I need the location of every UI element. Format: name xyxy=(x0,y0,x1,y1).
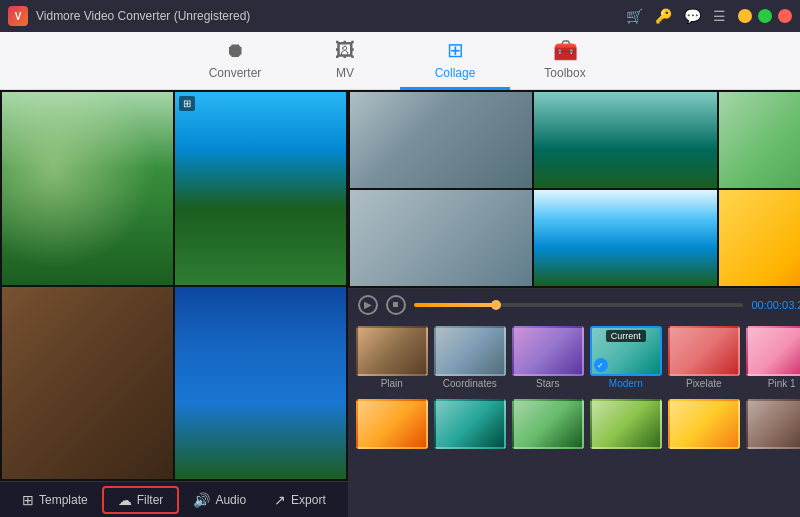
filter-r2c[interactable] xyxy=(512,399,584,449)
filter-coordinates-label: Coordinates xyxy=(443,378,497,389)
cell-2-icon: ⊞ xyxy=(179,96,195,111)
right-panel: ▶ ⏹ 00:00:03.23/00:00:24.23 🔊 Plain xyxy=(348,90,800,517)
current-time: 00:00:03.23 xyxy=(751,299,800,311)
filter-stars-label: Stars xyxy=(536,378,559,389)
filter-plain[interactable]: Plain xyxy=(356,326,428,389)
filter-r2b-thumb xyxy=(434,399,506,449)
grid-cell-4[interactable] xyxy=(175,287,346,480)
converter-label: Converter xyxy=(209,66,262,80)
minimize-button[interactable] xyxy=(738,9,752,23)
preview-cell-1 xyxy=(350,92,533,188)
filter-r2b[interactable] xyxy=(434,399,506,449)
template-icon: ⊞ xyxy=(22,492,34,508)
filter-coordinates[interactable]: Coordinates xyxy=(434,326,506,389)
filter-modern[interactable]: Current ✓ Modern xyxy=(590,326,662,389)
filter-r2e[interactable] xyxy=(668,399,740,449)
app-title: Vidmore Video Converter (Unregistered) xyxy=(36,9,618,23)
stop-button[interactable]: ⏹ xyxy=(386,295,406,315)
progress-thumb xyxy=(491,300,501,310)
tab-collage[interactable]: ⊞ Collage xyxy=(400,32,510,90)
filter-current-badge: Current xyxy=(606,330,646,342)
mv-label: MV xyxy=(336,66,354,80)
toolbox-icon: 🧰 xyxy=(553,38,578,62)
preview-cell-2 xyxy=(534,92,717,188)
main-content: ⊞ ⊞ ⊞ Template ☁ Filter 🔊 Audio ↗ xyxy=(0,90,800,517)
audio-label: Audio xyxy=(215,493,246,507)
export-icon: ↗ xyxy=(274,492,286,508)
filter-r2e-thumb xyxy=(668,399,740,449)
converter-icon: ⏺ xyxy=(225,39,245,62)
filter-tab[interactable]: ☁ Filter xyxy=(102,486,180,514)
collage-label: Collage xyxy=(435,66,476,80)
filter-r2d[interactable] xyxy=(590,399,662,449)
title-bar: V Vidmore Video Converter (Unregistered)… xyxy=(0,0,800,32)
cart-icon[interactable]: 🛒 xyxy=(626,8,643,24)
filter-r2a[interactable] xyxy=(356,399,428,449)
template-tab[interactable]: ⊞ Template xyxy=(8,488,102,512)
preview-cell-6 xyxy=(719,190,800,286)
preview-cell-3 xyxy=(719,92,800,188)
cell-1-icon: ⊞ xyxy=(6,96,22,111)
progress-bar[interactable] xyxy=(414,303,744,307)
play-button[interactable]: ▶ xyxy=(358,295,378,315)
left-panel: ⊞ ⊞ ⊞ Template ☁ Filter 🔊 Audio ↗ xyxy=(0,90,348,517)
filter-r2d-thumb xyxy=(590,399,662,449)
audio-icon: 🔊 xyxy=(193,492,210,508)
mv-icon: 🖼 xyxy=(335,39,355,62)
filter-pink1-label: Pink 1 xyxy=(768,378,796,389)
filter-modern-label: Modern xyxy=(609,378,643,389)
filter-pixelate-thumb xyxy=(668,326,740,376)
filter-plain-thumb xyxy=(356,326,428,376)
filter-coordinates-thumb xyxy=(434,326,506,376)
filter-r2f-thumb xyxy=(746,399,800,449)
filter-pixelate-label: Pixelate xyxy=(686,378,722,389)
filter-pixelate[interactable]: Pixelate xyxy=(668,326,740,389)
nav-tabs: ⏺ Converter 🖼 MV ⊞ Collage 🧰 Toolbox xyxy=(0,32,800,90)
key-icon[interactable]: 🔑 xyxy=(655,8,672,24)
filter-stars-thumb xyxy=(512,326,584,376)
collage-icon: ⊞ xyxy=(447,38,464,62)
title-icons: 🛒 🔑 💬 ☰ xyxy=(626,8,726,24)
menu-icon[interactable]: ☰ xyxy=(713,8,726,24)
preview-cell-5 xyxy=(534,190,717,286)
collage-grid: ⊞ ⊞ xyxy=(0,90,348,481)
template-label: Template xyxy=(39,493,88,507)
grid-cell-1[interactable]: ⊞ xyxy=(2,92,173,285)
filter-plain-label: Plain xyxy=(381,378,403,389)
grid-cell-3[interactable] xyxy=(2,287,173,480)
tab-toolbox[interactable]: 🧰 Toolbox xyxy=(510,32,620,90)
progress-fill xyxy=(414,303,496,307)
filter-row-2 xyxy=(348,393,800,449)
close-button[interactable] xyxy=(778,9,792,23)
filter-stars[interactable]: Stars xyxy=(512,326,584,389)
maximize-button[interactable] xyxy=(758,9,772,23)
filter-icon: ☁ xyxy=(118,492,132,508)
time-display: 00:00:03.23/00:00:24.23 xyxy=(751,299,800,311)
playback-bar: ▶ ⏹ 00:00:03.23/00:00:24.23 🔊 xyxy=(348,288,800,320)
right-preview xyxy=(348,90,800,288)
filter-row-1: Plain Coordinates Stars Current ✓ Modern xyxy=(348,320,800,389)
grid-cell-2[interactable]: ⊞ xyxy=(175,92,346,285)
export-label: Export xyxy=(291,493,326,507)
tab-converter[interactable]: ⏺ Converter xyxy=(180,32,290,90)
filter-section: Plain Coordinates Stars Current ✓ Modern xyxy=(348,320,800,517)
filter-check-icon: ✓ xyxy=(594,358,608,372)
filter-pink1[interactable]: Pink 1 xyxy=(746,326,800,389)
filter-r2a-thumb xyxy=(356,399,428,449)
app-logo: V xyxy=(8,6,28,26)
tab-mv[interactable]: 🖼 MV xyxy=(290,32,400,90)
export-tab[interactable]: ↗ Export xyxy=(260,488,340,512)
audio-tab[interactable]: 🔊 Audio xyxy=(179,488,260,512)
window-controls xyxy=(738,9,792,23)
toolbox-label: Toolbox xyxy=(544,66,585,80)
filter-modern-thumb: Current ✓ xyxy=(590,326,662,376)
filter-label: Filter xyxy=(137,493,164,507)
bottom-controls: ⊞ Template ☁ Filter 🔊 Audio ↗ Export xyxy=(0,481,348,517)
filter-r2c-thumb xyxy=(512,399,584,449)
chat-icon[interactable]: 💬 xyxy=(684,8,701,24)
filter-r2f[interactable] xyxy=(746,399,800,449)
preview-cell-4 xyxy=(350,190,533,286)
filter-pink1-thumb xyxy=(746,326,800,376)
